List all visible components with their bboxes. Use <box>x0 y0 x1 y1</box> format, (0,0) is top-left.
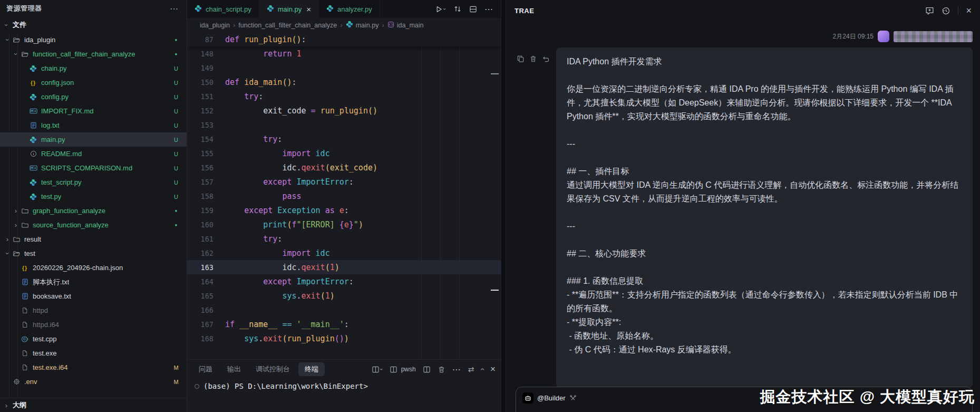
code-line-150[interactable]: 150def ida_main(): <box>187 75 501 89</box>
code-line-163[interactable]: 163 idc.qexit(1) <box>187 260 501 274</box>
tree-item-test_script.py[interactable]: test_script.pyU <box>0 175 187 189</box>
chevron-right-icon: › <box>13 207 19 215</box>
tree-item-result[interactable]: ›result <box>0 232 187 246</box>
sticky-scroll-line[interactable]: 87def run_plugin(): <box>187 32 501 46</box>
tab-analyzer.py[interactable]: analyzer.py <box>319 0 380 18</box>
panel-tab-问题[interactable]: 问题 <box>192 362 219 376</box>
code-line-157[interactable]: 157 except ImportError: <box>187 175 501 189</box>
tree-item-IMPORT_FIX.md[interactable]: IMPORT_FIX.mdU <box>0 104 187 118</box>
sort-arrows-icon[interactable] <box>453 5 462 13</box>
run-dropdown-icon[interactable]: › <box>442 8 448 10</box>
tree-item-config.py[interactable]: config.pyU <box>0 90 187 104</box>
panel-layout-icon[interactable]: › <box>372 366 383 373</box>
tree-item-function_call_filter_chain_analyze[interactable]: ›function_call_filter_chain_analyze● <box>0 47 187 61</box>
code-line-160[interactable]: 160 print(f"[ERROR] {e}") <box>187 217 501 232</box>
textfile-icon <box>28 121 38 130</box>
message-line: ### 1. 函数信息提取 <box>567 274 962 288</box>
tree-item-main.py[interactable]: main.pyU <box>0 132 187 147</box>
tab-main.py[interactable]: main.py× <box>259 0 319 18</box>
code-editor[interactable]: 87def run_plugin(): 148 return 1149150de… <box>187 32 501 359</box>
tree-item-README.md[interactable]: README.mdU <box>0 147 187 161</box>
shell-label[interactable]: pwsh <box>401 366 416 373</box>
scrollbar-mark[interactable] <box>491 290 499 291</box>
breadcrumb-separator: › <box>382 21 384 29</box>
breadcrumb-item-main.py[interactable]: main.py <box>346 21 379 30</box>
line-content: idc.qexit(1) <box>225 263 339 272</box>
tree-item-graph_function_analyze[interactable]: ›graph_function_analyze● <box>0 204 187 218</box>
explorer-more-icon[interactable]: ⋯ <box>168 4 180 14</box>
textfile-icon <box>20 278 30 286</box>
history-icon[interactable] <box>942 6 950 15</box>
tab-chain_script.py[interactable]: chain_script.py <box>187 0 259 18</box>
panel-tab-输出[interactable]: 输出 <box>221 362 247 376</box>
code-line-166[interactable]: 166 <box>187 303 501 317</box>
maximize-panel-icon[interactable]: › <box>478 368 487 371</box>
breadcrumb-item-function_call_filter_chain_analyze[interactable]: function_call_filter_chain_analyze <box>238 22 337 29</box>
code-line-168[interactable]: 168 sys.exit(run_plugin()) <box>187 331 501 346</box>
copy-icon[interactable] <box>517 55 525 388</box>
tree-item-.env[interactable]: .envM <box>0 375 187 389</box>
code-line-165[interactable]: 165 sys.exit(1) <box>187 289 501 303</box>
tree-item-test.cpp[interactable]: Ctest.cpp <box>0 332 187 346</box>
tree-item-httpd.i64[interactable]: httpd.i64 <box>0 318 187 332</box>
tools-icon[interactable] <box>569 395 577 402</box>
split-terminal-icon[interactable] <box>423 366 431 373</box>
more-icon[interactable]: ⋯ <box>484 4 493 14</box>
line-content: try: <box>225 234 282 244</box>
chevron-down-icon[interactable]: › <box>379 368 385 370</box>
new-chat-icon[interactable] <box>925 6 934 15</box>
panel-tab-调试控制台[interactable]: 调试控制台 <box>249 362 296 376</box>
more-icon[interactable]: ⋯ <box>452 365 461 375</box>
tree-item-test.py[interactable]: test.pyU <box>0 189 187 204</box>
tree-item-test.exe[interactable]: test.exe <box>0 346 187 360</box>
panel-tab-终端[interactable]: 终端 <box>298 362 325 376</box>
tree-item-SCRIPTS_COMPARISON.md[interactable]: SCRIPTS_COMPARISON.mdU <box>0 161 187 175</box>
swap-icon[interactable]: ⇄ <box>468 365 474 373</box>
trash-icon[interactable] <box>438 366 445 373</box>
breadcrumb-item-ida_plugin[interactable]: ida_plugin <box>200 22 230 29</box>
split-editor-icon[interactable] <box>469 5 477 13</box>
tree-item-test[interactable]: ›test <box>0 246 187 261</box>
tree-item-ida_plugin[interactable]: ›ida_plugin● <box>0 33 187 47</box>
code-line-156[interactable]: 156 idc.qexit(exit_code) <box>187 160 501 175</box>
terminal-pwsh-icon[interactable] <box>390 366 397 373</box>
code-line-149[interactable]: 149 <box>187 61 501 75</box>
code-line-152[interactable]: 152 exit_code = run_plugin() <box>187 103 501 118</box>
undo-icon[interactable] <box>542 55 550 388</box>
code-line-164[interactable]: 164 except ImportError: <box>187 274 501 289</box>
user-message-bubble[interactable]: IDA Python 插件开发需求 你是一位资深的二进制逆向分析专家，精通 ID… <box>556 47 973 388</box>
scrollbar-mark[interactable] <box>491 73 499 74</box>
breadcrumb-separator: › <box>340 21 342 29</box>
close-panel-icon[interactable]: × <box>490 364 496 375</box>
code-line-158[interactable]: 158 pass <box>187 189 501 203</box>
tree-item-booksave.txt[interactable]: booksave.txt <box>0 289 187 303</box>
code-line-167[interactable]: 167if __name__ == '__main__': <box>187 317 501 331</box>
delete-icon[interactable] <box>529 55 537 388</box>
code-line-151[interactable]: 151 try: <box>187 89 501 103</box>
python-icon <box>326 5 334 14</box>
tree-item-chain.py[interactable]: chain.pyU <box>0 61 187 75</box>
tree-item-20260226_204926-chain.json[interactable]: {}20260226_204926-chain.json <box>0 261 187 275</box>
code-line-153[interactable]: 153 <box>187 118 501 132</box>
tree-item-log.txt[interactable]: log.txtU <box>0 118 187 132</box>
breadcrumb-item-ida_main[interactable]: ida_main <box>387 21 424 30</box>
terminal[interactable]: (base) PS D:\Learning\work\BinExpert> <box>187 379 501 412</box>
code-line-159[interactable]: 159 except Exception as e: <box>187 203 501 217</box>
tree-item-httpd[interactable]: httpd <box>0 303 187 318</box>
files-section-header[interactable]: › 文件 <box>0 17 187 33</box>
explorer-title: 资源管理器 <box>6 4 42 13</box>
close-icon[interactable]: × <box>966 5 972 16</box>
panel-resize-handle[interactable] <box>501 0 506 412</box>
close-tab-icon[interactable]: × <box>306 5 311 14</box>
code-line-162[interactable]: 162 import idc <box>187 246 501 260</box>
tree-item-source_function_analyze[interactable]: ›source_function_analyze● <box>0 218 187 232</box>
outline-section-header[interactable]: › 大纲 <box>0 398 187 412</box>
tree-item-test.exe.i64[interactable]: test.exe.i64M <box>0 360 187 375</box>
code-line-155[interactable]: 155 import idc <box>187 146 501 160</box>
tree-item-脚本执行.txt[interactable]: 脚本执行.txt <box>0 275 187 289</box>
code-line-148[interactable]: 148 return 1 <box>187 46 501 61</box>
code-line-154[interactable]: 154 try: <box>187 132 501 146</box>
tree-item-config.json[interactable]: {}config.jsonU <box>0 75 187 90</box>
code-line-161[interactable]: 161 try: <box>187 232 501 246</box>
run-icon[interactable]: › <box>435 5 446 13</box>
